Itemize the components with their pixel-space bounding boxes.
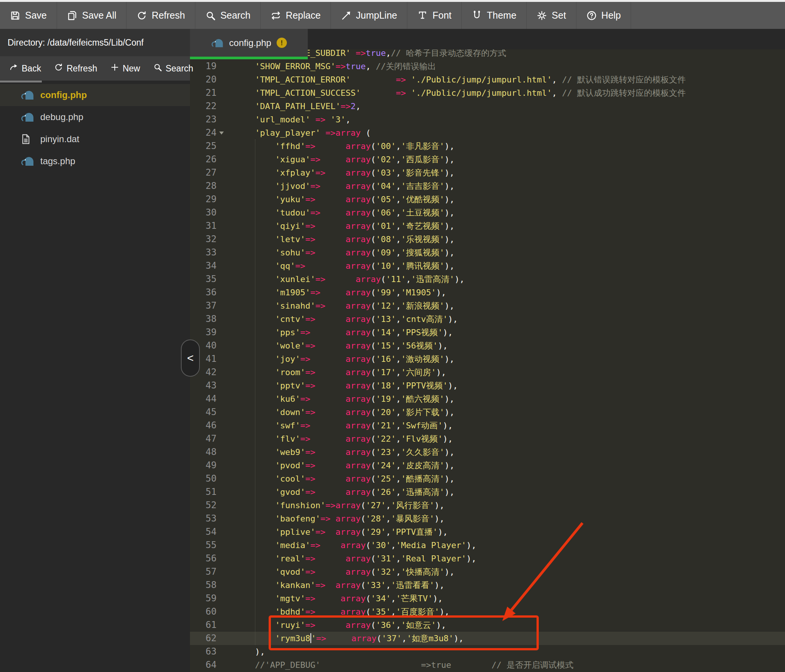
line-number: 39 — [190, 326, 224, 339]
code-line-41[interactable]: 41 'joy'=> array('16','激动视频'), — [190, 352, 785, 366]
code-line-48[interactable]: 48 'web9'=> array('23','久久影音'), — [190, 445, 785, 459]
code-line-56[interactable]: 56 'real'=> array('31','Real Player'), — [190, 552, 785, 565]
code-line-59[interactable]: 59 'mgtv'=> array('34','芒果TV'), — [190, 592, 785, 605]
line-number: 55 — [190, 539, 224, 552]
code-line-27[interactable]: 27 'xfplay'=> array('03','影音先锋'), — [190, 166, 785, 179]
code-line-21[interactable]: 21 'TMPL_ACTION_SUCCESS' => './Public/ju… — [190, 86, 785, 100]
code-line-57[interactable]: 57 'qvod'=> array('32','快播高清'), — [190, 565, 785, 578]
code-line-38[interactable]: 38 'cntv'=> array('13','cntv高清'), — [190, 312, 785, 326]
code-text: 'DATA_PATH_LEVEL'=>2, — [224, 100, 785, 113]
code-line-39[interactable]: 39 'pps'=> array('14','PPS视频'), — [190, 326, 785, 339]
refresh-button[interactable]: Refresh — [127, 2, 195, 29]
code-line-64[interactable]: 64 //'APP_DEBUG' =>true // 是否开启调试模式 — [190, 658, 785, 672]
code-line-32[interactable]: 32 'letv'=> array('08','乐视视频'), — [190, 233, 785, 246]
code-line-31[interactable]: 31 'qiyi'=> array('01','奇艺视频'), — [190, 219, 785, 233]
code-line-44[interactable]: 44 'ku6'=> array('19','酷六视频'), — [190, 392, 785, 406]
code-line-51[interactable]: 51 'gvod'=> array('26','迅播高清'), — [190, 485, 785, 499]
toolbar-button-label: Set — [552, 10, 566, 21]
code-line-37[interactable]: 37 'sinahd'=> array('12','新浪视频'), — [190, 299, 785, 312]
code-text: 'letv'=> array('08','乐视视频'), — [224, 233, 785, 246]
line-number: 27 — [190, 166, 224, 179]
refresh-icon — [54, 63, 63, 74]
fold-caret-icon[interactable] — [219, 132, 224, 137]
search-button[interactable]: Search — [195, 2, 261, 29]
file-item-tags.php[interactable]: tags.php — [0, 150, 190, 172]
code-line-35[interactable]: 35 'xunlei'=> array('11','迅雷高清'), — [190, 273, 785, 286]
toolbar-button-label: Save All — [82, 10, 116, 21]
code-line-26[interactable]: 26 'xigua'=> array('02','西瓜影音'), — [190, 153, 785, 166]
font-button[interactable]: Font — [407, 2, 462, 29]
code-line-63[interactable]: 63 ), — [190, 645, 785, 658]
save-all-button[interactable]: Save All — [57, 2, 127, 29]
code-line-19[interactable]: 19 'SHOW_ERROR_MSG'=>true, //关闭错误输出 — [190, 60, 785, 73]
code-line-28[interactable]: 28 'jjvod'=> array('04','吉吉影音'), — [190, 179, 785, 193]
code-line-22[interactable]: 22 'DATA_PATH_LEVEL'=>2, — [190, 100, 785, 113]
code-line-52[interactable]: 52 'funshion'=>array('27','风行影音'), — [190, 499, 785, 512]
code-line-40[interactable]: 40 'wole'=> array('15','56视频'), — [190, 339, 785, 352]
php-elephant-icon — [21, 112, 34, 122]
line-number[interactable]: 24 — [190, 126, 224, 139]
help-button[interactable]: Help — [576, 2, 631, 29]
line-number: 62 — [190, 632, 224, 645]
file-item-debug.php[interactable]: debug.php — [0, 106, 190, 128]
code-line-34[interactable]: 34 'qq'=> array('10','腾讯视频'), — [190, 259, 785, 273]
code-text: 'room'=> array('17','六间房'), — [224, 366, 785, 379]
code-text: 'play_player' =>array ( — [224, 126, 785, 139]
tab-label: config.php — [229, 38, 271, 48]
code-line-53[interactable]: 53 'baofeng'=> array('28','暴风影音'), — [190, 512, 785, 525]
code-line-49[interactable]: 49 'pvod'=> array('24','皮皮高清'), — [190, 459, 785, 472]
code-line-62[interactable]: 62 'rym3u8'=> array('37','如意m3u8'), — [190, 632, 785, 645]
code-line-25[interactable]: 25 'ffhd'=> array('00','非凡影音'), — [190, 139, 785, 153]
theme-icon — [472, 10, 482, 21]
new-file-button[interactable]: New — [106, 63, 145, 74]
code-lines: 18 'DATA_CACHE_SUBDIR' =>true,// 哈希子目录动态… — [190, 46, 785, 672]
save-button[interactable]: Save — [0, 2, 57, 29]
code-text: 'url_model' => '3', — [224, 113, 785, 126]
tab-config.php[interactable]: config.php ! — [190, 29, 308, 57]
back-button[interactable]: Back — [5, 63, 46, 74]
code-text: 'web9'=> array('23','久久影音'), — [224, 445, 785, 459]
code-line-36[interactable]: 36 'm1905'=> array('99','M1905'), — [190, 286, 785, 299]
back-icon — [9, 63, 18, 74]
code-text: 'TMPL_ACTION_SUCCESS' => './Public/jump/… — [224, 86, 785, 100]
code-line-61[interactable]: 61 'ruyi'=> array('36','如意云'), — [190, 618, 785, 632]
code-text: 'baofeng'=> array('28','暴风影音'), — [224, 512, 785, 525]
code-text: 'pptv'=> array('18','PPTV视频'), — [224, 379, 785, 392]
code-line-47[interactable]: 47 'flv'=> array('22','Flv视频'), — [190, 432, 785, 445]
search-files-button[interactable]: Search — [149, 63, 198, 74]
line-number: 61 — [190, 618, 224, 632]
code-line-29[interactable]: 29 'yuku'=> array('05','优酷视频'), — [190, 193, 785, 206]
line-number: 58 — [190, 578, 224, 592]
refresh-files-button[interactable]: Refresh — [49, 63, 102, 74]
line-number: 36 — [190, 286, 224, 299]
code-line-42[interactable]: 42 'room'=> array('17','六间房'), — [190, 366, 785, 379]
save-all-icon — [67, 10, 78, 21]
warning-icon: ! — [277, 38, 287, 48]
code-line-55[interactable]: 55 'media'=> array('30','Media Player'), — [190, 539, 785, 552]
theme-button[interactable]: Theme — [462, 2, 527, 29]
replace-button[interactable]: Replace — [261, 2, 331, 29]
code-line-54[interactable]: 54 'pplive'=> array('29','PPTV直播'), — [190, 525, 785, 539]
code-line-58[interactable]: 58 'kankan'=> array('33','迅雷看看'), — [190, 578, 785, 592]
collapse-sidebar-handle[interactable]: < — [181, 339, 200, 377]
code-line-43[interactable]: 43 'pptv'=> array('18','PPTV视频'), — [190, 379, 785, 392]
file-item-config.php[interactable]: config.php — [0, 84, 190, 106]
code-line-30[interactable]: 30 'tudou'=> array('06','土豆视频'), — [190, 206, 785, 219]
code-line-23[interactable]: 23 'url_model' => '3', — [190, 113, 785, 126]
jumpline-button[interactable]: JumpLine — [331, 2, 407, 29]
file-item-pinyin.dat[interactable]: pinyin.dat — [0, 128, 190, 150]
code-text: 'xunlei'=> array('11','迅雷高清'), — [224, 273, 785, 286]
code-editor[interactable]: 18 'DATA_CACHE_SUBDIR' =>true,// 哈希子目录动态… — [190, 29, 785, 672]
code-line-24[interactable]: 24 'play_player' =>array ( — [190, 126, 785, 139]
line-number: 52 — [190, 499, 224, 512]
code-line-46[interactable]: 46 'swf'=> array('21','Swf动画'), — [190, 419, 785, 432]
code-line-20[interactable]: 20 'TMPL_ACTION_ERROR' => './Public/jump… — [190, 73, 785, 86]
set-button[interactable]: Set — [527, 2, 576, 29]
code-line-60[interactable]: 60 'bdhd'=> array('35','百度影音'), — [190, 605, 785, 618]
code-line-45[interactable]: 45 'down'=> array('20','影片下载'), — [190, 406, 785, 419]
line-number: 38 — [190, 312, 224, 326]
code-line-50[interactable]: 50 'cool'=> array('25','酷播高清'), — [190, 472, 785, 485]
code-text: 'gvod'=> array('26','迅播高清'), — [224, 485, 785, 499]
code-line-33[interactable]: 33 'sohu'=> array('09','搜狐视频'), — [190, 246, 785, 259]
main-toolbar: SaveSave AllRefreshSearchReplaceJumpLine… — [0, 2, 785, 29]
